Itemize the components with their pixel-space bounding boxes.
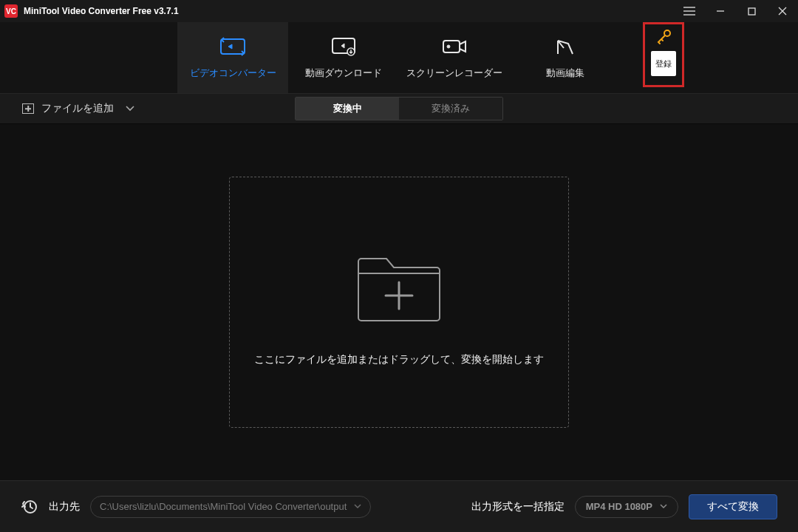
svg-point-5 (447, 45, 450, 48)
svg-rect-0 (748, 8, 755, 15)
svg-rect-1 (221, 39, 245, 54)
window-title: MiniTool Video Converter Free v3.7.1 (24, 6, 179, 16)
chevron-down-icon[interactable] (126, 106, 134, 112)
register-button[interactable]: 登録 (651, 51, 676, 76)
app-window: VC MiniTool Video Converter Free v3.7.1 (0, 0, 798, 532)
chevron-down-icon (660, 504, 667, 509)
seg-converting[interactable]: 変換中 (296, 98, 399, 120)
tab-label: スクリーンレコーダー (406, 66, 502, 80)
minimize-button[interactable] (705, 0, 736, 22)
hamburger-menu-icon[interactable] (674, 0, 705, 22)
editor-icon (553, 35, 577, 58)
camera-icon (441, 35, 468, 58)
seg-converted[interactable]: 変換済み (399, 98, 502, 120)
output-format-value: MP4 HD 1080P (586, 501, 652, 512)
tab-video-download[interactable]: 動画ダウンロード (288, 22, 399, 93)
tab-video-editor[interactable]: 動画編集 (510, 22, 621, 93)
tab-label: 動画ダウンロード (305, 66, 382, 80)
chevron-down-icon (354, 504, 361, 509)
tab-label: 動画編集 (546, 66, 584, 80)
history-icon[interactable] (21, 498, 38, 516)
tab-screen-recorder[interactable]: スクリーンレコーダー (399, 22, 510, 93)
add-file-button[interactable]: ファイルを追加 (22, 102, 134, 115)
download-icon (330, 35, 357, 58)
title-bar: VC MiniTool Video Converter Free v3.7.1 (0, 0, 798, 22)
dropzone-hint: ここにファイルを追加またはドラッグして、変換を開始します (254, 353, 544, 366)
close-button[interactable] (767, 0, 798, 22)
add-file-label: ファイルを追加 (41, 102, 114, 115)
file-dropzone[interactable]: ここにファイルを追加またはドラッグして、変換を開始します (229, 177, 569, 428)
output-dir-label: 出力先 (49, 500, 80, 514)
output-format-label: 出力形式を一括指定 (471, 500, 565, 514)
conversion-status-segmented: 変換中 変換済み (295, 97, 503, 120)
content-area: ここにファイルを追加またはドラッグして、変換を開始します (0, 124, 798, 480)
output-format-selector[interactable]: MP4 HD 1080P (575, 496, 678, 518)
key-icon[interactable] (655, 29, 672, 45)
tab-label: ビデオコンバーター (190, 66, 276, 80)
tab-video-converter[interactable]: ビデオコンバーター (177, 22, 288, 93)
app-logo-icon: VC (4, 4, 18, 18)
folder-plus-icon (351, 238, 447, 334)
main-header: ビデオコンバーター 動画ダウンロード (0, 22, 798, 93)
svg-rect-4 (443, 41, 460, 52)
convert-all-button[interactable]: すべて変換 (689, 494, 777, 519)
output-dir-value: C:\Users\lizlu\Documents\MiniTool Video … (100, 501, 347, 512)
add-file-plus-icon (22, 103, 34, 114)
output-dir-selector[interactable]: C:\Users\lizlu\Documents\MiniTool Video … (90, 496, 371, 518)
main-tabs: ビデオコンバーター 動画ダウンロード (177, 22, 621, 93)
register-highlight: 登録 (643, 22, 684, 87)
maximize-button[interactable] (736, 0, 767, 22)
converter-icon (219, 35, 246, 58)
secondary-toolbar: ファイルを追加 変換中 変換済み (0, 93, 798, 124)
footer-bar: 出力先 C:\Users\lizlu\Documents\MiniTool Vi… (0, 480, 798, 532)
